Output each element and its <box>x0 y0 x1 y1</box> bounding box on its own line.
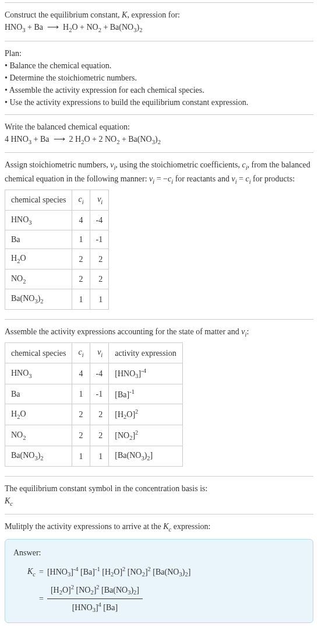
stoich-table: chemical species ci νi HNO34-4 Ba1-1 H2O… <box>5 190 109 310</box>
eq-symbol-heading: The equilibrium constant symbol in the c… <box>5 482 313 495</box>
eq-symbol-section: The equilibrium constant symbol in the c… <box>5 476 313 514</box>
table-row: NO222 <box>5 269 109 289</box>
balanced-equation: 4 HNO3 + Ba ⟶ 2 H2O + 2 NO2 + Ba(NO3)2 <box>5 133 313 147</box>
eq-symbol: Kc <box>5 495 313 509</box>
formula-fraction: [H2O]2 [NO2]2 [Ba(NO3)2] [HNO3]4 [Ba] <box>47 583 305 615</box>
table-row: HNO34-4[HNO3]-4 <box>5 363 183 384</box>
plan-heading: Plan: <box>5 47 313 60</box>
table-row: H2O22 <box>5 249 109 270</box>
col-v: νi <box>90 343 109 363</box>
col-activity: activity expression <box>109 343 182 363</box>
activity-section: Assemble the activity expressions accoun… <box>5 319 313 476</box>
fraction-numerator: [H2O]2 [NO2]2 [Ba(NO3)2] <box>47 583 143 599</box>
table-row: H2O22[H2O]2 <box>5 404 183 425</box>
fraction-denominator: [HNO3]4 [Ba] <box>47 599 143 615</box>
table-row: Ba(NO3)211 <box>5 289 109 310</box>
table-row: HNO34-4 <box>5 210 109 230</box>
plan-item: • Assemble the activity expression for e… <box>5 84 313 96</box>
col-c: ci <box>72 343 90 363</box>
col-species: chemical species <box>5 190 72 211</box>
header-equation: HNO3 + Ba ⟶ H2O + NO2 + Ba(NO3)2 <box>5 21 313 35</box>
table-row: Ba1-1[Ba]-1 <box>5 384 183 404</box>
plan-item: • Balance the chemical equation. <box>5 60 313 72</box>
header-title: Construct the equilibrium constant, K, e… <box>5 9 313 21</box>
plan-item: • Determine the stoichiometric numbers. <box>5 72 313 84</box>
col-v: νi <box>90 190 109 211</box>
multiply-heading: Mulitply the activity expressions to arr… <box>5 520 313 534</box>
plan-item: • Use the activity expressions to build … <box>5 96 313 108</box>
kc-symbol: Kc <box>27 565 36 579</box>
table-row: Ba(NO3)211[Ba(NO3)2] <box>5 446 183 467</box>
answer-label: Answer: <box>13 547 305 559</box>
answer-formula: Kc = [HNO3]-4 [Ba]-1 [H2O]2 [NO2]2 [Ba(N… <box>27 565 305 615</box>
activity-heading: Assemble the activity expressions accoun… <box>5 326 313 340</box>
table-header-row: chemical species ci νi <box>5 190 109 211</box>
activity-table: chemical species ci νi activity expressi… <box>5 342 183 466</box>
table-row: Ba1-1 <box>5 230 109 249</box>
balanced-heading: Write the balanced chemical equation: <box>5 121 313 133</box>
col-c: ci <box>72 190 90 211</box>
table-row: NO222[NO2]2 <box>5 425 183 446</box>
equals-sign: = <box>39 593 44 605</box>
plan-section: Plan: • Balance the chemical equation. •… <box>5 41 313 114</box>
formula-line1: [HNO3]-4 [Ba]-1 [H2O]2 [NO2]2 [Ba(NO3)2] <box>47 565 305 579</box>
stoich-section: Assign stoichiometric numbers, νi, using… <box>5 152 313 319</box>
answer-box: Answer: Kc = [HNO3]-4 [Ba]-1 [H2O]2 [NO2… <box>5 539 313 623</box>
stoich-text: Assign stoichiometric numbers, νi, using… <box>5 159 313 186</box>
table-header-row: chemical species ci νi activity expressi… <box>5 343 183 363</box>
balanced-section: Write the balanced chemical equation: 4 … <box>5 114 313 153</box>
col-species: chemical species <box>5 343 72 363</box>
equals-sign: = <box>39 566 44 578</box>
header-section: Construct the equilibrium constant, K, e… <box>5 2 313 41</box>
multiply-section: Mulitply the activity expressions to arr… <box>5 514 313 628</box>
